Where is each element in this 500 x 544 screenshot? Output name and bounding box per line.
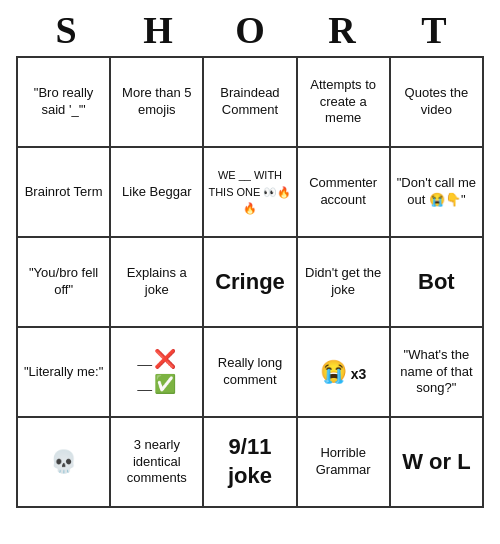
bingo-title: S H O R T xyxy=(20,8,480,52)
cell-r3c1: __ ❌ __ ✅ xyxy=(110,327,203,417)
cell-text: Commenter account xyxy=(309,175,377,207)
cell-r2c2: Cringe xyxy=(203,237,296,327)
cell-r2c0: "You/bro fell off" xyxy=(17,237,110,327)
cell-r2c1: Explains a joke xyxy=(110,237,203,327)
cell-text: "What's the name of that song?" xyxy=(400,347,472,396)
title-r: R xyxy=(296,8,388,52)
title-o: O xyxy=(204,8,296,52)
cell-r3c2: Really long comment xyxy=(203,327,296,417)
cell-r0c4: Quotes the video xyxy=(390,57,483,147)
check-emoji: ✅ xyxy=(154,373,176,396)
skull-emoji: 💀 xyxy=(50,449,77,474)
cell-r1c3: Commenter account xyxy=(297,147,390,237)
cell-r3c4: "What's the name of that song?" xyxy=(390,327,483,417)
cell-r4c2: 9/11 joke xyxy=(203,417,296,507)
cell-r3c0: "Literally me:" xyxy=(17,327,110,417)
cell-r2c4: Bot xyxy=(390,237,483,327)
cell-text: WE __ WITH THIS ONE 👀🔥🔥 xyxy=(208,169,291,215)
bingo-grid: "Bro really said '_'" More than 5 emojis… xyxy=(16,56,484,508)
cell-text: More than 5 emojis xyxy=(122,85,191,117)
cell-text: 9/11 joke xyxy=(228,434,272,488)
title-t: T xyxy=(388,8,480,52)
x-emoji: ❌ xyxy=(154,348,176,371)
cell-text: Quotes the video xyxy=(405,85,469,117)
cell-text: Like Beggar xyxy=(122,184,191,199)
cell-r2c3: Didn't get the joke xyxy=(297,237,390,327)
cell-text: Cringe xyxy=(215,269,285,294)
cell-text: Braindead Comment xyxy=(220,85,279,117)
cell-text: W or L xyxy=(402,449,470,474)
cell-r0c3: Attempts to create a meme xyxy=(297,57,390,147)
dash-2: __ xyxy=(138,376,152,393)
x3-text: x3 xyxy=(351,366,367,382)
checkbox-x-row: __ ❌ xyxy=(138,348,176,371)
cell-text: Explains a joke xyxy=(127,265,187,297)
cell-text: "You/bro fell off" xyxy=(29,265,98,297)
cell-r0c2: Braindead Comment xyxy=(203,57,296,147)
cell-text: Didn't get the joke xyxy=(305,265,381,297)
checkbox-check-row: __ ✅ xyxy=(138,373,176,396)
cell-r3c3: 😭 x3 xyxy=(297,327,390,417)
cell-r4c0: 💀 xyxy=(17,417,110,507)
cell-r4c3: Horrible Grammar xyxy=(297,417,390,507)
cell-r1c1: Like Beggar xyxy=(110,147,203,237)
cell-text: "Literally me:" xyxy=(24,364,103,379)
cell-r4c1: 3 nearly identical comments xyxy=(110,417,203,507)
cell-text: "Don't call me out 😭👇" xyxy=(397,175,476,207)
cell-r1c4: "Don't call me out 😭👇" xyxy=(390,147,483,237)
cell-text: Really long comment xyxy=(218,355,282,387)
checkbox-pair: __ ❌ __ ✅ xyxy=(138,348,176,397)
dash-1: __ xyxy=(138,351,152,368)
cell-r0c1: More than 5 emojis xyxy=(110,57,203,147)
cell-text: Brainrot Term xyxy=(25,184,103,199)
cell-text: Bot xyxy=(418,269,455,294)
cell-r1c2: WE __ WITH THIS ONE 👀🔥🔥 xyxy=(203,147,296,237)
title-s: S xyxy=(20,8,112,52)
cell-r4c4: W or L xyxy=(390,417,483,507)
cell-text: "Bro really said '_'" xyxy=(34,85,94,117)
cell-r0c0: "Bro really said '_'" xyxy=(17,57,110,147)
title-h: H xyxy=(112,8,204,52)
cell-text: Attempts to create a meme xyxy=(310,77,376,126)
crying-emoji: 😭 xyxy=(320,359,347,384)
cell-r1c0: Brainrot Term xyxy=(17,147,110,237)
cell-text: Horrible Grammar xyxy=(316,445,371,477)
cell-text: 3 nearly identical comments xyxy=(127,437,187,486)
